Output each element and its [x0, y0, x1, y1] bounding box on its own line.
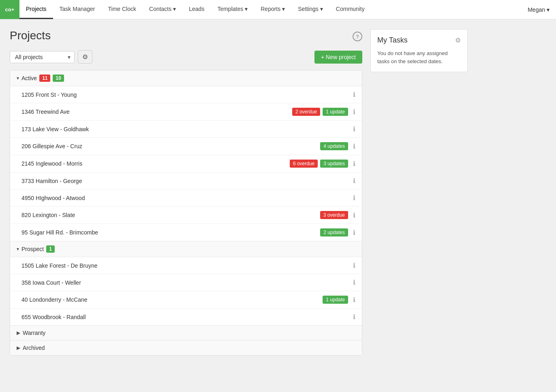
my-tasks-title: My Tasks [377, 36, 408, 45]
toolbar-left: All projects ▾ ⚙ [10, 50, 92, 64]
info-icon[interactable]: ℹ [353, 211, 355, 219]
chevron-down-icon: ▾ [173, 6, 176, 12]
new-project-button[interactable]: + New project [314, 51, 362, 64]
my-tasks-gear-icon[interactable]: ⚙ [455, 36, 461, 44]
my-tasks-header: My Tasks ⚙ [377, 36, 461, 45]
chevron-down-icon: ▾ [547, 6, 550, 13]
prospect-project-358[interactable]: 358 Iowa Court - Weller ℹ [10, 274, 362, 291]
section-header-archived[interactable]: ▶ Archived [10, 341, 362, 355]
active-project-3733[interactable]: 3733 Hamilton - George ℹ [10, 173, 362, 190]
info-icon[interactable]: ℹ [353, 160, 355, 168]
section-header-active[interactable]: ▾ Active 11 10 [10, 70, 362, 86]
active-project-95[interactable]: 95 Sugar Hill Rd. - Brimcombe 2 updates … [10, 224, 362, 241]
info-icon[interactable]: ℹ [353, 91, 355, 98]
nav-item-contacts[interactable]: Contacts ▾ [143, 0, 182, 19]
prospect-project-1505[interactable]: 1505 Lake Forest - De Bruyne ℹ [10, 257, 362, 274]
section-header-warranty[interactable]: ▶ Warranty [10, 326, 362, 341]
section-label-warranty: Warranty [23, 330, 45, 336]
project-filter-select[interactable]: All projects [10, 51, 75, 63]
chevron-right-icon: ▶ [17, 345, 20, 351]
chevron-down-icon: ▾ [17, 75, 19, 81]
info-icon[interactable]: ℹ [353, 296, 355, 304]
info-icon[interactable]: ℹ [353, 229, 355, 236]
info-icon[interactable]: ℹ [353, 108, 355, 116]
info-icon[interactable]: ℹ [353, 125, 355, 133]
nav-item-reports[interactable]: Reports ▾ [254, 0, 291, 19]
chevron-down-icon: ▾ [245, 6, 248, 12]
info-icon[interactable]: ℹ [353, 194, 355, 202]
update-tag: 3 updates [320, 160, 348, 168]
nav-item-task-manager[interactable]: Task Manager [53, 0, 102, 19]
app-logo[interactable]: co+ [0, 0, 19, 19]
user-menu[interactable]: Megan ▾ [521, 0, 556, 19]
active-project-4950[interactable]: 4950 HIghwood - Atwood ℹ [10, 190, 362, 207]
info-icon[interactable]: ℹ [353, 313, 355, 321]
nav-items: Projects Task Manager Time Clock Contact… [19, 0, 521, 19]
user-name: Megan [528, 6, 545, 13]
chevron-down-icon: ▾ [17, 246, 19, 252]
active-project-1346[interactable]: 1346 Treewind Ave 2 overdue 1 update ℹ [10, 103, 362, 121]
overdue-tag: 2 overdue [292, 108, 320, 116]
section-label-prospect: Prospect [21, 246, 44, 252]
right-panel: My Tasks ⚙ You do not have any assigned … [370, 29, 468, 392]
chevron-down-icon: ▾ [320, 6, 323, 12]
active-project-173[interactable]: 173 Lake View - Goldhawk ℹ [10, 121, 362, 138]
update-tag: 1 update [323, 108, 348, 116]
info-icon[interactable]: ℹ [353, 262, 355, 269]
active-badge-green: 10 [53, 75, 64, 82]
nav-item-community[interactable]: Community [329, 0, 371, 19]
overdue-tag: 3 overdue [320, 211, 348, 219]
page-title: Projects [10, 29, 51, 42]
projects-container: ▾ Active 11 10 1205 Front St - Young ℹ 1… [10, 70, 362, 356]
nav-item-leads[interactable]: Leads [182, 0, 211, 19]
chevron-right-icon: ▶ [17, 330, 20, 336]
prospect-badge-green: 1 [46, 245, 55, 253]
update-tag: 1 update [323, 296, 348, 304]
section-label-active: Active [21, 75, 37, 81]
active-badge-red: 11 [39, 75, 50, 82]
nav-item-settings[interactable]: Settings ▾ [291, 0, 329, 19]
nav-item-projects[interactable]: Projects [19, 0, 53, 19]
nav-item-templates[interactable]: Templates ▾ [211, 0, 254, 19]
settings-gear-button[interactable]: ⚙ [78, 50, 92, 64]
update-tag: 4 updates [320, 142, 348, 150]
my-tasks-card: My Tasks ⚙ You do not have any assigned … [370, 29, 468, 72]
left-panel: Projects ? All projects ▾ ⚙ + New projec… [10, 29, 362, 392]
prospect-project-655[interactable]: 655 Woodbrook - Randall ℹ [10, 309, 362, 326]
my-tasks-empty-message: You do not have any assigned tasks on th… [377, 49, 461, 65]
active-project-2145[interactable]: 2145 Inglewood - Morris 6 overdue 3 upda… [10, 155, 362, 173]
nav-item-time-clock[interactable]: Time Clock [102, 0, 143, 19]
toolbar: All projects ▾ ⚙ + New project [10, 50, 362, 64]
info-icon[interactable]: ℹ [353, 143, 355, 150]
nav-bar: co+ Projects Task Manager Time Clock Con… [0, 0, 556, 19]
main-layout: Projects ? All projects ▾ ⚙ + New projec… [0, 19, 556, 392]
active-project-1205[interactable]: 1205 Front St - Young ℹ [10, 86, 362, 103]
help-icon[interactable]: ? [353, 32, 362, 41]
info-icon[interactable]: ℹ [353, 177, 355, 185]
section-header-prospect[interactable]: ▾ Prospect 1 [10, 241, 362, 257]
chevron-down-icon: ▾ [282, 6, 285, 12]
overdue-tag: 6 overdue [290, 160, 318, 168]
prospect-project-40[interactable]: 40 Londonderry - McCane 1 update ℹ [10, 291, 362, 309]
info-icon[interactable]: ℹ [353, 279, 355, 286]
project-filter-wrapper: All projects ▾ [10, 51, 75, 63]
update-tag: 2 updates [320, 228, 348, 236]
active-project-820[interactable]: 820 Lexington - Slate 3 overdue ℹ [10, 207, 362, 224]
section-label-archived: Archived [23, 345, 45, 351]
active-project-206[interactable]: 206 Gillespie Ave - Cruz 4 updates ℹ [10, 138, 362, 155]
page-header: Projects ? [10, 29, 362, 42]
